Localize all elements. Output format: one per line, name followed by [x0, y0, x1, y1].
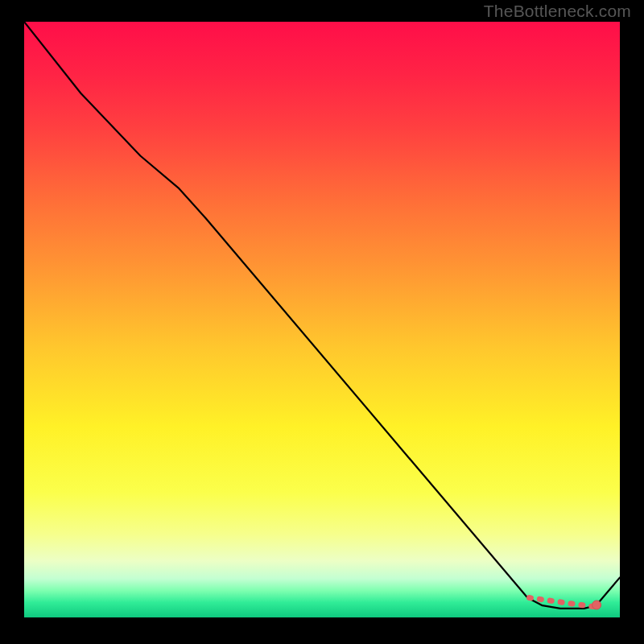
chart-svg — [0, 0, 644, 644]
current-config-dot — [592, 601, 601, 609]
plot-background — [24, 22, 620, 617]
chart-frame: { "watermark": "TheBottleneck.com", "col… — [0, 0, 644, 644]
